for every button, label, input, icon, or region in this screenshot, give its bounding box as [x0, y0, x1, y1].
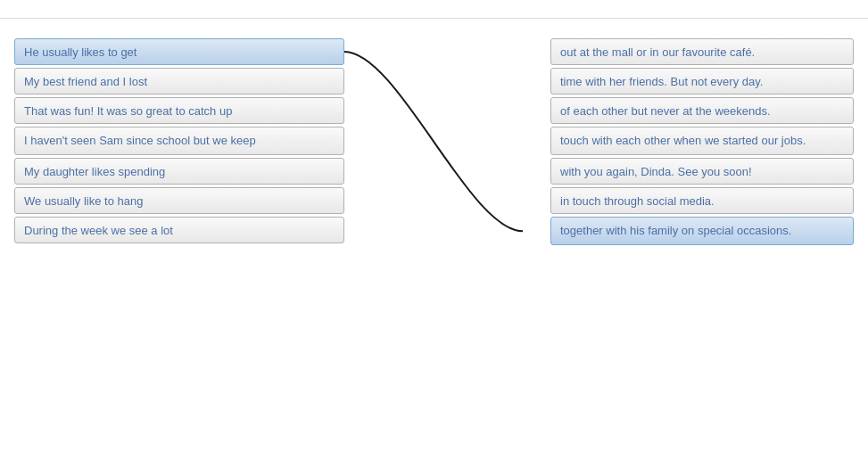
- right-column: out at the mall or in our favourite café…: [550, 38, 854, 245]
- right-sentence-item[interactable]: together with his family on special occa…: [550, 217, 854, 245]
- right-sentence-item[interactable]: in touch through social media.: [550, 187, 854, 214]
- page-header: [0, 0, 868, 19]
- left-column: He usually likes to getMy best friend an…: [14, 38, 344, 243]
- left-sentence-item[interactable]: That was fun! It was so great to catch u…: [14, 97, 344, 124]
- exercise-area: He usually likes to getMy best friend an…: [0, 38, 868, 245]
- right-sentence-item[interactable]: touch with each other when we started ou…: [550, 127, 854, 155]
- connection-line: [344, 38, 523, 395]
- right-sentence-item[interactable]: of each other but never at the weekends.: [550, 97, 854, 124]
- left-sentence-item[interactable]: During the week we see a lot: [14, 217, 344, 243]
- left-sentence-item[interactable]: He usually likes to get: [14, 38, 344, 65]
- left-sentence-item[interactable]: I haven't seen Sam since school but we k…: [14, 127, 344, 155]
- left-sentence-item[interactable]: We usually like to hang: [14, 187, 344, 214]
- left-sentence-item[interactable]: My daughter likes spending: [14, 158, 344, 185]
- right-sentence-item[interactable]: time with her friends. But not every day…: [550, 68, 854, 95]
- right-sentence-item[interactable]: with you again, Dinda. See you soon!: [550, 158, 854, 185]
- left-sentence-item[interactable]: My best friend and I lost: [14, 68, 344, 95]
- right-sentence-item[interactable]: out at the mall or in our favourite café…: [550, 38, 854, 65]
- instruction-text: [0, 19, 868, 38]
